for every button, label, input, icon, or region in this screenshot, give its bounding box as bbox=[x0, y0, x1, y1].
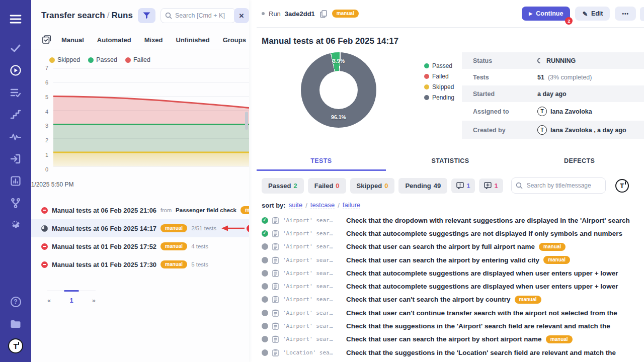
more-options-button[interactable]: ••• bbox=[615, 7, 636, 21]
run-list-item[interactable]: Manual tests at 01 Feb 2025 17:52 manual… bbox=[31, 237, 249, 255]
test-row[interactable]: 'Airport' sear… Check that the suggestio… bbox=[262, 319, 644, 332]
test-list-icon[interactable] bbox=[5, 81, 27, 104]
test-suite[interactable]: 'Airport' sear… bbox=[283, 323, 342, 329]
testcase-clipboard-icon[interactable] bbox=[272, 230, 279, 237]
gear-icon[interactable] bbox=[5, 214, 27, 236]
test-title[interactable]: Check that user can't continue transfer … bbox=[346, 309, 617, 317]
runs-tab[interactable]: Automated bbox=[91, 36, 138, 44]
detail-tab[interactable]: DEFECTS bbox=[515, 153, 644, 171]
filter-funnel-button[interactable] bbox=[138, 8, 155, 23]
sign-in-icon[interactable] bbox=[5, 148, 27, 170]
pagination-next[interactable]: » bbox=[92, 297, 96, 304]
steps-icon[interactable] bbox=[5, 104, 27, 126]
test-row[interactable]: 'Location' sea… Check that autocomplete … bbox=[262, 359, 644, 362]
testcase-clipboard-icon[interactable] bbox=[272, 217, 279, 224]
runs-play-icon[interactable] bbox=[5, 59, 27, 81]
run-list-item[interactable]: Manual tests at 06 Feb 2025 14:17 manual… bbox=[31, 219, 249, 237]
test-row[interactable]: 'Airport' sear… Check that user can't se… bbox=[262, 293, 644, 306]
test-title[interactable]: Check that user can search the airport b… bbox=[346, 256, 539, 264]
test-suite[interactable]: 'Airport' sear… bbox=[283, 243, 342, 250]
test-suite[interactable]: 'Airport' sear… bbox=[283, 310, 342, 316]
test-title[interactable]: Check that user can't search the airport… bbox=[346, 296, 511, 303]
runs-header: Transfer search/Runs ✕ bbox=[31, 0, 249, 30]
test-suite[interactable]: 'Airport' sear… bbox=[283, 296, 342, 303]
test-row[interactable]: 'Airport' sear… Check that the dropdown … bbox=[262, 214, 644, 227]
runs-tab[interactable]: Manual bbox=[55, 36, 91, 44]
breadcrumb-parent[interactable]: Transfer search bbox=[41, 11, 105, 20]
test-row[interactable]: 'Airport' sear… Check that user can sear… bbox=[262, 333, 644, 346]
test-row[interactable]: 'Location' sea… Check that the suggestio… bbox=[262, 346, 644, 359]
test-row[interactable]: 'Airport' sear… Check that autocomplete … bbox=[262, 227, 644, 240]
test-title[interactable]: Check that user can search the airport b… bbox=[346, 243, 535, 250]
test-row[interactable]: 'Airport' sear… Check that autocomplete … bbox=[262, 266, 644, 280]
test-title[interactable]: Check that autocomplete suggestions are … bbox=[346, 283, 618, 290]
run-list-item[interactable]: Manual tests at 01 Feb 2025 17:30 manual… bbox=[31, 255, 249, 274]
testcase-clipboard-icon[interactable] bbox=[272, 296, 279, 303]
clipped-edge-button[interactable] bbox=[640, 7, 644, 21]
creator-name[interactable]: Iana Zavoloka , a day ago bbox=[550, 127, 626, 134]
runs-tab[interactable]: Mixed bbox=[138, 36, 170, 44]
comments-filter-button[interactable]: 1 bbox=[451, 178, 475, 193]
continue-button[interactable]: ▶ Continue 2 bbox=[522, 7, 570, 21]
folder-icon[interactable] bbox=[5, 313, 27, 335]
test-title[interactable]: Check that autocomplete suggestions are … bbox=[346, 269, 618, 277]
attachments-filter-button[interactable]: 1 bbox=[479, 178, 503, 193]
testcase-clipboard-icon[interactable] bbox=[272, 269, 279, 277]
detail-tab[interactable]: STATISTICS bbox=[386, 153, 515, 171]
test-title[interactable]: Check that the suggestions in the 'Locat… bbox=[346, 349, 616, 356]
testcase-clipboard-icon[interactable] bbox=[272, 322, 279, 330]
tests-search-input[interactable] bbox=[511, 177, 606, 194]
pagination-page-1[interactable]: 1 bbox=[69, 297, 73, 304]
help-icon[interactable]: ? bbox=[5, 291, 27, 313]
manual-badge: manual bbox=[160, 260, 187, 268]
test-suite[interactable]: 'Airport' sear… bbox=[283, 336, 342, 342]
testcase-clipboard-icon[interactable] bbox=[272, 335, 279, 343]
pagination-prev[interactable]: « bbox=[47, 297, 51, 304]
detail-tab[interactable]: TESTS bbox=[257, 153, 386, 171]
branch-icon[interactable] bbox=[5, 192, 27, 214]
test-title[interactable]: Check that the dropdown with relevant su… bbox=[346, 217, 630, 224]
manual-badge: manual bbox=[240, 206, 249, 214]
run-list-item[interactable]: Manual tests at 06 Feb 2025 21:06 from P… bbox=[31, 201, 249, 219]
select-all-icon[interactable] bbox=[42, 35, 51, 44]
testcase-clipboard-icon[interactable] bbox=[272, 256, 279, 264]
user-avatar[interactable]: T bbox=[615, 179, 629, 193]
sort-by-testcase[interactable]: testcase bbox=[310, 201, 335, 209]
panel-scrollbar-thumb[interactable] bbox=[245, 112, 248, 130]
testcase-clipboard-icon[interactable] bbox=[272, 283, 279, 290]
copy-icon[interactable] bbox=[320, 10, 327, 18]
testcase-clipboard-icon[interactable] bbox=[272, 349, 279, 356]
test-row[interactable]: 'Airport' sear… Check that user can't co… bbox=[262, 306, 644, 319]
assignee-name[interactable]: Iana Zavoloka bbox=[550, 108, 592, 115]
test-title[interactable]: Check that user can search the airport b… bbox=[346, 335, 542, 343]
test-title[interactable]: Check that autocomplete suggestings are … bbox=[346, 230, 622, 237]
user-logo-avatar[interactable]: T bbox=[5, 335, 27, 357]
test-row[interactable]: 'Airport' sear… Check that autocomplete … bbox=[262, 280, 644, 293]
test-suite[interactable]: 'Airport' sear… bbox=[283, 270, 342, 277]
activity-icon[interactable] bbox=[5, 126, 27, 148]
menu-icon[interactable] bbox=[5, 8, 27, 30]
test-suite[interactable]: 'Location' sea… bbox=[283, 349, 342, 356]
testcase-clipboard-icon[interactable] bbox=[272, 243, 279, 250]
status-filter-button[interactable]: Skipped 0 bbox=[350, 178, 395, 194]
test-suite[interactable]: 'Airport' sear… bbox=[283, 283, 342, 290]
status-filter-button[interactable]: Pending 49 bbox=[398, 178, 447, 194]
test-suite[interactable]: 'Airport' sear… bbox=[283, 230, 342, 237]
check-icon[interactable] bbox=[5, 37, 27, 59]
test-suite[interactable]: 'Airport' sear… bbox=[283, 257, 342, 263]
close-panel-button[interactable]: ✕ bbox=[234, 8, 249, 23]
reports-icon[interactable] bbox=[5, 170, 27, 192]
manual-badge: manual bbox=[546, 335, 573, 343]
runs-tab[interactable]: Unfinished bbox=[170, 36, 216, 44]
test-row[interactable]: 'Airport' sear… Check that user can sear… bbox=[262, 253, 644, 266]
sort-by-failure[interactable]: failure bbox=[343, 201, 360, 209]
sort-by-suite[interactable]: suite bbox=[289, 201, 302, 209]
status-filter-button[interactable]: Passed 2 bbox=[262, 178, 304, 194]
testcase-clipboard-icon[interactable] bbox=[272, 309, 279, 317]
test-title[interactable]: Check that the suggestions in the 'Airpo… bbox=[346, 322, 610, 330]
edit-button[interactable]: ✎ Edit bbox=[575, 7, 610, 21]
test-row[interactable]: 'Airport' sear… Check that user can sear… bbox=[262, 240, 644, 253]
status-filter-button[interactable]: Failed 0 bbox=[308, 178, 346, 194]
runs-tab[interactable]: Groups bbox=[216, 36, 249, 44]
test-suite[interactable]: 'Airport' sear… bbox=[283, 217, 342, 224]
